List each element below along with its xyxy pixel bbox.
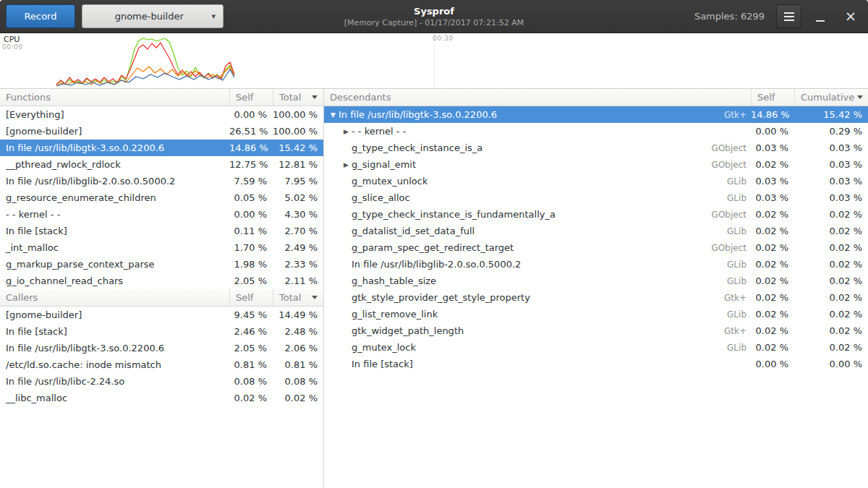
table-row[interactable]: In file /usr/lib/libgtk-3.so.0.2200.614.… <box>0 140 323 156</box>
tree-row[interactable]: In file [stack]0.00 %0.00 % <box>324 356 868 372</box>
menu-button[interactable] <box>776 4 801 28</box>
table-row[interactable]: In file /usr/lib/libgtk-3.so.0.2200.62.0… <box>0 340 323 356</box>
time-tick-start: 00:00 <box>2 43 22 51</box>
column-header-self[interactable]: Self <box>751 89 794 106</box>
column-header-self[interactable]: Self <box>229 89 273 106</box>
self-percent: 1.70 % <box>229 242 273 253</box>
expander-expanded-icon[interactable]: ▼ <box>328 111 339 119</box>
tree-row[interactable]: g_param_spec_get_redirect_targetGObject0… <box>324 239 868 256</box>
tree-row[interactable]: g_mutex_unlockGLib0.03 %0.03 % <box>324 173 868 189</box>
function-name: g_resource_enumerate_children <box>0 192 229 203</box>
table-row[interactable]: __pthread_rwlock_rdlock12.75 %12.81 % <box>0 156 323 173</box>
function-name: - - kernel - - <box>0 209 229 220</box>
function-name: /etc/ld.so.cache: inode mismatch <box>0 359 229 370</box>
table-row[interactable]: [gnome-builder]26.51 %100.00 % <box>0 123 323 140</box>
tree-row[interactable]: g_type_check_instance_is_aGObject0.03 %0… <box>324 140 868 156</box>
sysprof-window: Record gnome-builder ▾ Sysprof [Memory C… <box>0 0 868 488</box>
tree-row[interactable]: gtk_style_provider_get_style_propertyGtk… <box>324 289 868 306</box>
column-header-self[interactable]: Self <box>229 289 273 306</box>
tree-row[interactable]: ▼In file /usr/lib/libgtk-3.so.0.2200.6Gt… <box>324 106 868 123</box>
table-row[interactable]: g_io_channel_read_chars2.05 %2.11 % <box>0 273 323 289</box>
library-tag: GLib <box>717 260 746 270</box>
table-row[interactable]: [gnome-builder]9.45 %14.49 % <box>0 307 323 323</box>
sort-descending-icon <box>312 296 318 299</box>
table-row[interactable]: g_resource_enumerate_children0.05 %5.02 … <box>0 189 323 206</box>
tree-row[interactable]: g_type_check_instance_is_fundamentally_a… <box>324 206 868 223</box>
table-row[interactable]: [Everything]0.00 %100.00 % <box>0 106 323 123</box>
self-percent: 0.02 % <box>751 209 794 220</box>
tree-row[interactable]: ▶g_signal_emitGObject0.02 %0.03 % <box>324 156 868 173</box>
expander-collapsed-icon[interactable]: ▶ <box>341 128 352 135</box>
tree-row[interactable]: g_slice_allocGLib0.03 %0.03 % <box>324 189 868 206</box>
table-row[interactable]: In file /usr/lib/libc-2.24.so0.08 %0.08 … <box>0 373 323 390</box>
minimize-button[interactable] <box>809 4 832 28</box>
function-name: _int_malloc <box>0 242 229 253</box>
total-percent: 2.33 % <box>273 259 323 270</box>
tree-row[interactable]: In file /usr/lib/libglib-2.0.so.0.5000.2… <box>324 256 868 273</box>
self-percent: 9.45 % <box>229 309 273 320</box>
tree-row[interactable]: gtk_widget_path_lengthGtk+0.02 %0.02 % <box>324 322 868 339</box>
process-selector-dropdown[interactable]: gnome-builder ▾ <box>82 4 224 28</box>
cumulative-percent: 0.03 % <box>794 142 868 153</box>
cumulative-percent: 0.02 % <box>794 259 868 270</box>
total-percent: 7.95 % <box>273 176 323 187</box>
table-row[interactable]: In file [stack]0.11 %2.70 % <box>0 223 323 239</box>
column-header-callers[interactable]: Callers <box>0 289 229 306</box>
tree-name-cell: In file /usr/lib/libglib-2.0.so.0.5000.2… <box>324 259 751 270</box>
table-row[interactable]: In file /usr/lib/libglib-2.0.so.0.5000.2… <box>0 173 323 189</box>
self-percent: 0.02 % <box>751 292 794 303</box>
table-row[interactable]: _int_malloc1.70 %2.49 % <box>0 239 323 256</box>
library-tag: GObject <box>702 160 746 170</box>
self-percent: 0.02 % <box>751 325 794 336</box>
total-percent: 100.00 % <box>273 126 323 137</box>
self-percent: 0.02 % <box>751 159 794 170</box>
close-button[interactable]: × <box>839 4 862 28</box>
self-percent: 14.86 % <box>751 109 794 120</box>
cpu-orange-line <box>56 67 234 85</box>
tree-name-cell: g_mutex_lockGLib <box>324 342 751 353</box>
table-row[interactable]: __libc_malloc0.02 %0.02 % <box>0 390 323 406</box>
function-name: In file [stack] <box>0 226 229 236</box>
tree-row[interactable]: g_datalist_id_set_data_fullGLib0.02 %0.0… <box>324 223 868 239</box>
column-header-functions[interactable]: Functions <box>0 89 229 106</box>
tree-name-cell: g_hash_table_sizeGLib <box>324 275 751 286</box>
tree-name-cell: g_type_check_instance_is_fundamentally_a… <box>324 209 751 220</box>
cpu-usage-graph[interactable]: CPU 00:00 00:30 <box>0 33 868 89</box>
tree-row[interactable]: ▶- - kernel - -0.00 %0.29 % <box>324 123 868 140</box>
table-row[interactable]: g_markup_parse_context_parse1.98 %2.33 % <box>0 256 323 273</box>
expander-collapsed-icon[interactable]: ▶ <box>341 161 352 168</box>
tree-row[interactable]: g_list_remove_linkGLib0.02 %0.02 % <box>324 306 868 322</box>
column-header-total[interactable]: Total <box>273 289 323 306</box>
column-header-label: Self <box>236 92 253 103</box>
column-header-label: Total <box>279 292 301 303</box>
table-row[interactable]: - - kernel - -0.00 %4.30 % <box>0 206 323 223</box>
tree-row[interactable]: g_hash_table_sizeGLib0.02 %0.02 % <box>324 273 868 289</box>
self-percent: 0.00 % <box>229 209 273 220</box>
tree-name-cell: gtk_widget_path_lengthGtk+ <box>324 325 751 336</box>
callers-table-header: Callers Self Total <box>0 289 323 307</box>
table-row[interactable]: In file [stack]2.46 %2.48 % <box>0 323 323 340</box>
column-header-label: Self <box>236 292 253 303</box>
column-header-total[interactable]: Total <box>273 89 323 106</box>
descendant-name: gtk_style_provider_get_style_property <box>352 292 530 303</box>
library-tag: GLib <box>717 276 746 286</box>
total-percent: 2.06 % <box>273 343 323 354</box>
column-header-cumulative[interactable]: Cumulative <box>794 89 868 106</box>
functions-table-header: Functions Self Total <box>0 89 323 106</box>
record-button[interactable]: Record <box>6 4 75 28</box>
function-name: [gnome-builder] <box>0 309 229 320</box>
cumulative-percent: 0.02 % <box>794 242 868 253</box>
column-header-descendants[interactable]: Descendants <box>324 89 751 106</box>
function-name: In file /usr/lib/libgtk-3.so.0.2200.6 <box>0 343 229 354</box>
cumulative-percent: 0.02 % <box>794 226 868 236</box>
headerbar: Record gnome-builder ▾ Sysprof [Memory C… <box>0 0 868 33</box>
table-row[interactable]: /etc/ld.so.cache: inode mismatch0.81 %0.… <box>0 356 323 373</box>
library-tag: GLib <box>717 176 746 187</box>
tree-name-cell: g_param_spec_get_redirect_targetGObject <box>324 242 751 253</box>
tree-name-cell: g_slice_allocGLib <box>324 192 751 203</box>
total-percent: 2.49 % <box>273 242 323 253</box>
tree-row[interactable]: g_mutex_lockGLib0.02 %0.02 % <box>324 339 868 356</box>
self-percent: 26.51 % <box>229 126 273 137</box>
self-percent: 2.05 % <box>229 343 273 354</box>
total-percent: 0.81 % <box>273 359 323 370</box>
